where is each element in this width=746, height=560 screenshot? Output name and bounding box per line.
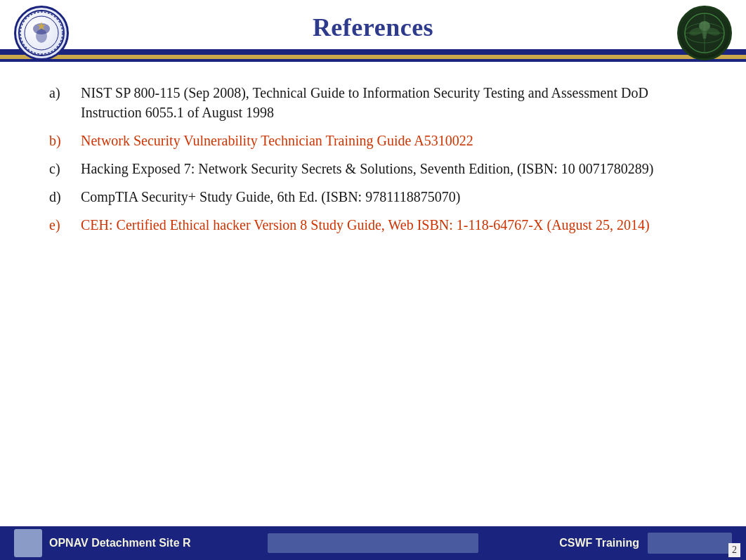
navy-seal-svg: [18, 9, 65, 57]
footer-bar: OPNAV Detachment Site R CSWF Training: [0, 526, 746, 560]
footer-left-logo: [14, 529, 42, 557]
footer-center-bar: [268, 533, 478, 553]
list-label: e): [49, 215, 81, 235]
left-logo-wrapper: [14, 6, 69, 60]
list-item: b)Network Security Vulnerability Technic…: [49, 131, 697, 150]
svg-point-3: [36, 29, 47, 43]
references-list: a)NIST SP 800-115 (Sep 2008), Technical …: [49, 83, 697, 235]
list-item: e)CEH: Certified Ethical hacker Version …: [49, 215, 697, 235]
right-logo-wrapper: [677, 6, 732, 60]
navy-seal-logo: [14, 6, 69, 60]
header-divider: [0, 49, 746, 62]
footer-left-text: OPNAV Detachment Site R: [49, 537, 191, 549]
footer-right-bar: [648, 533, 732, 554]
cyber-logo-svg: [681, 9, 728, 57]
footer-right: CSWF Training: [559, 533, 732, 554]
divider-navy-top: [0, 49, 746, 55]
divider-navy-bottom: [0, 59, 746, 62]
cyber-logo: [677, 6, 732, 60]
list-label: c): [49, 159, 81, 178]
list-item-text: CEH: Certified Ethical hacker Version 8 …: [81, 215, 650, 235]
list-label: a): [49, 83, 81, 122]
list-label: d): [49, 187, 81, 207]
list-label: b): [49, 131, 81, 150]
list-item: c)Hacking Exposed 7: Network Security Se…: [49, 159, 697, 178]
list-item-text: Hacking Exposed 7: Network Security Secr…: [81, 159, 653, 178]
footer-right-text: CSWF Training: [559, 537, 639, 549]
list-item-text: NIST SP 800-115 (Sep 2008), Technical Gu…: [81, 83, 697, 122]
header: References: [0, 0, 746, 49]
footer-left: OPNAV Detachment Site R: [14, 529, 191, 557]
main-content: a)NIST SP 800-115 (Sep 2008), Technical …: [0, 62, 746, 257]
list-item: a)NIST SP 800-115 (Sep 2008), Technical …: [49, 83, 697, 122]
list-item-text: Network Security Vulnerability Technicia…: [81, 131, 473, 150]
page-number: 2: [728, 543, 740, 557]
list-item-text: CompTIA Security+ Study Guide, 6th Ed. (…: [81, 187, 460, 207]
page-title: References: [313, 13, 433, 42]
list-item: d)CompTIA Security+ Study Guide, 6th Ed.…: [49, 187, 697, 207]
footer: OPNAV Detachment Site R CSWF Training: [0, 526, 746, 560]
